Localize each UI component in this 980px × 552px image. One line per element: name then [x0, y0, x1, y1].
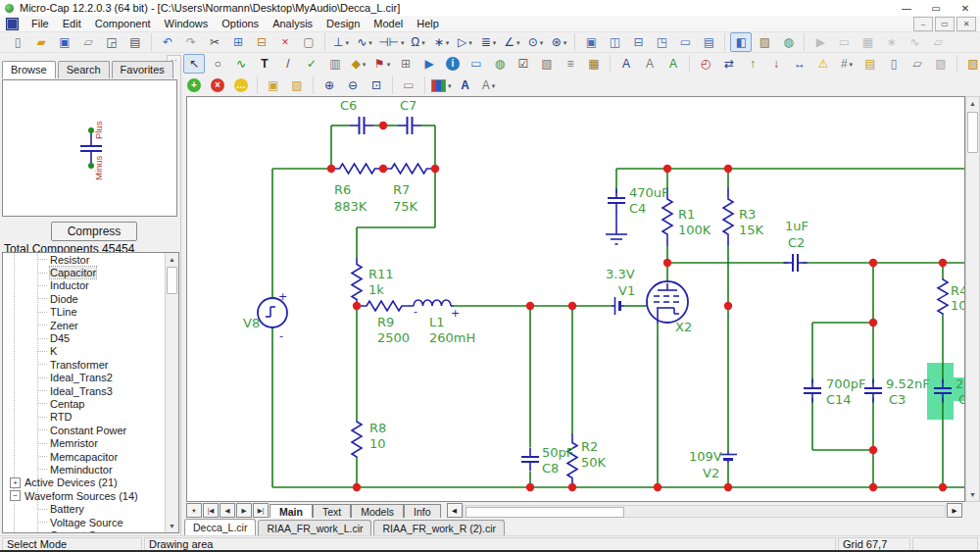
menu-options[interactable]: Options: [215, 17, 266, 30]
tree-item-active-devices-21-[interactable]: +Active Devices (21): [3, 477, 178, 489]
resistor-part[interactable]: [357, 301, 412, 311]
sheets-gray-icon[interactable]: ▨: [930, 54, 952, 74]
add-part-icon[interactable]: +: [183, 75, 205, 95]
run-analysis-icon[interactable]: ▶: [809, 32, 831, 52]
calculator-icon[interactable]: ▦: [583, 54, 605, 74]
menu-component[interactable]: Component: [88, 17, 158, 30]
panel-tab-favorites[interactable]: Favorites: [112, 61, 173, 78]
scrollbar-thumb[interactable]: [466, 507, 624, 518]
page-tab-main[interactable]: Main: [270, 504, 313, 518]
page-nav-icon-0[interactable]: ▾: [186, 503, 202, 518]
polygon-mode-icon[interactable]: ✓: [301, 54, 322, 74]
resistor-part-icon[interactable]: Ω▾: [407, 32, 428, 52]
picture-mode-icon[interactable]: ▥: [324, 54, 346, 74]
pin-up-icon[interactable]: ↑: [742, 54, 763, 74]
more-options-icon[interactable]: …: [230, 75, 252, 95]
select-region-icon[interactable]: ▢: [298, 32, 319, 52]
tree-item-rtd[interactable]: RTD: [3, 411, 178, 424]
compress-button[interactable]: Compress: [51, 222, 137, 241]
slider-icon[interactable]: ▱: [927, 32, 949, 52]
checkbox-mode-icon[interactable]: ☑: [513, 54, 534, 74]
resistor-part[interactable]: [383, 164, 435, 174]
resistor-part[interactable]: [567, 433, 577, 487]
tree-item-battery[interactable]: Battery: [3, 502, 178, 515]
tree-item-memcapacitor[interactable]: Memcapacitor: [3, 450, 178, 463]
text-scale-1-icon[interactable]: A: [615, 54, 637, 74]
menu-windows[interactable]: Windows: [158, 17, 216, 30]
zoom-area-icon[interactable]: ⊡: [366, 75, 387, 95]
file-tab-2[interactable]: RIAA_FR_work_R (2).cir: [373, 520, 505, 535]
child-minimize-button[interactable]: –: [913, 17, 933, 31]
vertical-scrollbar[interactable]: ▲ ▼: [965, 96, 980, 502]
send-back-icon[interactable]: ▨: [286, 75, 308, 95]
scroll-down-icon[interactable]: ▼: [166, 520, 178, 532]
panel-tab-browse[interactable]: Browse: [2, 61, 56, 78]
tree-item-current-source[interactable]: Current Source: [3, 528, 178, 533]
resistor-part[interactable]: [352, 258, 362, 306]
font-color-icon[interactable]: A: [455, 75, 476, 95]
page-nav-icon-1[interactable]: |◀: [203, 503, 219, 518]
node-swap-icon[interactable]: ⇄: [718, 54, 740, 74]
stretch-icon[interactable]: ↔: [789, 54, 810, 74]
tree-item-tline[interactable]: TLine: [3, 306, 178, 319]
menu-file[interactable]: File: [24, 17, 56, 30]
sheet-yellow-icon[interactable]: ▤: [859, 54, 881, 74]
pin-down-icon[interactable]: ↓: [765, 54, 787, 74]
tree-item-ideal-trans2[interactable]: Ideal_Trans2: [3, 372, 178, 384]
horizontal-scrollbar[interactable]: [463, 505, 946, 518]
performance-icon[interactable]: ∿: [904, 32, 925, 52]
browser-icon[interactable]: ◍: [489, 54, 511, 74]
scrollbar-thumb[interactable]: [967, 112, 978, 153]
region-enable-icon[interactable]: ▧: [536, 54, 558, 74]
panel-tab-search[interactable]: Search: [58, 61, 110, 78]
animate-icon[interactable]: ∗: [880, 32, 902, 52]
tree-item-transformer[interactable]: Transformer: [3, 358, 178, 371]
probe-icon[interactable]: ▦: [857, 32, 878, 52]
info-mode-icon[interactable]: i: [442, 54, 464, 74]
sheet-plain-icon[interactable]: ▯: [883, 54, 905, 74]
collapse-icon[interactable]: −: [10, 490, 21, 501]
close-button[interactable]: ✕: [951, 0, 980, 16]
menu-help[interactable]: Help: [410, 17, 446, 30]
tree-item-diode[interactable]: Diode: [3, 292, 178, 305]
export-icon[interactable]: ▱: [77, 32, 99, 52]
h-scroll-left-icon[interactable]: ◀: [447, 503, 463, 518]
schematic[interactable]: C6C7R6883KR775KR111kR92500L1260mHV8R8105…: [187, 97, 964, 501]
tile-vertical-icon[interactable]: ◫: [604, 32, 625, 52]
flag-mode-icon[interactable]: ⚑▾: [371, 54, 393, 74]
maximize-button[interactable]: ▭: [921, 0, 951, 16]
grid-icon[interactable]: #▾: [836, 54, 858, 74]
cascade-windows-icon[interactable]: ▣: [580, 32, 602, 52]
ground-part-icon[interactable]: ⊥▾: [330, 32, 352, 52]
display-icon[interactable]: ▭: [466, 54, 487, 74]
tree-item-inductor[interactable]: Inductor: [3, 279, 178, 292]
graphics-mode-icon[interactable]: ○: [207, 54, 228, 74]
bring-front-icon[interactable]: ▣: [263, 75, 284, 95]
page-view-icon[interactable]: ▭: [398, 75, 419, 95]
menu-edit[interactable]: Edit: [56, 17, 88, 30]
transformer-part-icon[interactable]: ≣▾: [477, 32, 499, 52]
resistor-part[interactable]: [723, 187, 733, 246]
tree-item-centap[interactable]: Centap: [3, 397, 178, 410]
undo-icon[interactable]: ↶: [157, 32, 178, 52]
resistor-part[interactable]: [352, 421, 362, 458]
h-scroll-right-icon[interactable]: ▶: [947, 503, 962, 518]
scroll-up-icon[interactable]: ▲: [166, 253, 178, 266]
capacitor-part-icon[interactable]: ⊣⊢▾: [377, 32, 405, 52]
page-nav-icon-2[interactable]: ◀: [220, 503, 235, 518]
scroll-up-icon[interactable]: ▲: [966, 97, 979, 110]
tree-item-waveform-sources-14-[interactable]: −Waveform Sources (14): [3, 489, 178, 502]
color-palette-icon[interactable]: ▾: [430, 75, 453, 95]
point-tag-icon[interactable]: ▶: [418, 54, 440, 74]
data-grid-icon[interactable]: ▤: [698, 32, 719, 52]
line-mode-icon[interactable]: /: [277, 54, 299, 74]
scroll-down-icon[interactable]: ▼: [966, 488, 979, 501]
tree-item-ideal-trans3[interactable]: Ideal_Trans3: [3, 384, 178, 397]
zoom-in-icon[interactable]: ⊕: [318, 75, 340, 95]
paste-icon[interactable]: ⊟: [251, 32, 272, 52]
minimize-button[interactable]: —: [892, 0, 921, 16]
print-icon[interactable]: ▤: [124, 32, 146, 52]
component-editor-icon[interactable]: ▨: [754, 32, 775, 52]
menu-model[interactable]: Model: [367, 17, 410, 30]
scrollbar-thumb[interactable]: [167, 267, 177, 294]
